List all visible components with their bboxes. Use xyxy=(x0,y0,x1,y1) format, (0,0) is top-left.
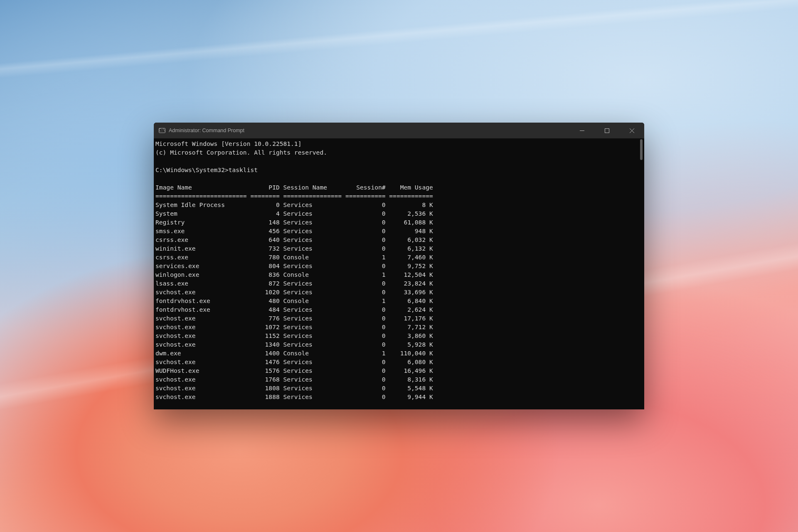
maximize-button[interactable] xyxy=(594,123,619,138)
scrollbar-thumb[interactable] xyxy=(640,139,643,160)
terminal-client-area[interactable]: Microsoft Windows [Version 10.0.22581.1]… xyxy=(154,138,644,409)
window-title: Administrator: Command Prompt xyxy=(169,128,244,133)
cmd-icon: C:\ xyxy=(159,128,165,133)
command-prompt-window: C:\ Administrator: Command Prompt Micros… xyxy=(154,123,644,409)
close-button[interactable] xyxy=(619,123,644,138)
titlebar[interactable]: C:\ Administrator: Command Prompt xyxy=(154,123,644,138)
scrollbar-vertical[interactable] xyxy=(638,138,644,409)
svg-rect-1 xyxy=(605,128,609,133)
terminal-output: Microsoft Windows [Version 10.0.22581.1]… xyxy=(155,139,643,401)
minimize-button[interactable] xyxy=(569,123,594,138)
